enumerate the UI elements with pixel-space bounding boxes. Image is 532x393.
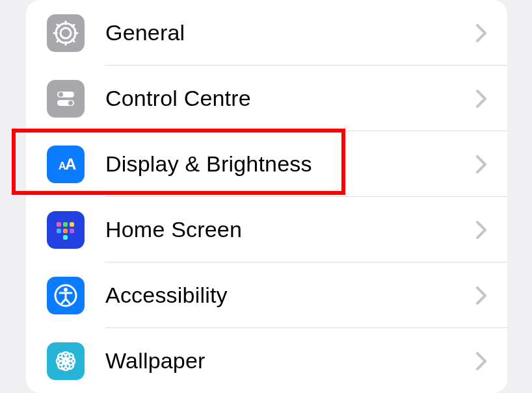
svg-rect-17 bbox=[63, 222, 68, 227]
svg-rect-20 bbox=[63, 229, 68, 233]
settings-item-general[interactable]: General bbox=[26, 0, 507, 66]
svg-rect-16 bbox=[57, 222, 61, 227]
wallpaper-icon bbox=[47, 342, 85, 380]
chevron-right-icon bbox=[476, 24, 486, 42]
svg-point-24 bbox=[64, 288, 68, 292]
settings-item-wallpaper[interactable]: Wallpaper bbox=[26, 328, 507, 393]
control-centre-icon bbox=[47, 80, 85, 118]
chevron-right-icon bbox=[476, 286, 486, 305]
chevron-right-icon bbox=[476, 352, 486, 370]
settings-item-label: Wallpaper bbox=[105, 348, 476, 374]
settings-list: General Control Centre bbox=[26, 0, 507, 393]
settings-item-accessibility[interactable]: Accessibility bbox=[26, 262, 507, 328]
svg-rect-22 bbox=[63, 235, 68, 240]
settings-item-label: Display & Brightness bbox=[105, 151, 476, 177]
settings-item-home-screen[interactable]: Home Screen bbox=[26, 197, 507, 262]
chevron-right-icon bbox=[476, 155, 486, 173]
svg-point-11 bbox=[59, 92, 63, 97]
svg-point-13 bbox=[68, 101, 73, 105]
svg-rect-21 bbox=[70, 229, 74, 233]
accessibility-icon bbox=[47, 277, 85, 314]
svg-line-6 bbox=[57, 25, 59, 27]
settings-item-display-brightness[interactable]: A A Display & Brightness bbox=[26, 131, 507, 197]
chevron-right-icon bbox=[476, 90, 486, 108]
display-brightness-icon: A A bbox=[47, 146, 85, 183]
svg-line-9 bbox=[72, 25, 74, 27]
svg-point-0 bbox=[60, 28, 71, 38]
svg-line-7 bbox=[72, 40, 74, 42]
svg-rect-18 bbox=[70, 222, 74, 227]
settings-item-label: Accessibility bbox=[105, 283, 476, 308]
svg-text:A: A bbox=[65, 155, 76, 173]
settings-item-label: Control Centre bbox=[105, 86, 476, 111]
settings-item-label: General bbox=[105, 20, 476, 45]
chevron-right-icon bbox=[476, 221, 486, 239]
home-screen-icon bbox=[47, 211, 85, 249]
gear-icon bbox=[47, 14, 85, 52]
settings-item-label: Home Screen bbox=[105, 217, 476, 242]
settings-item-control-centre[interactable]: Control Centre bbox=[26, 66, 507, 131]
svg-line-8 bbox=[57, 40, 59, 42]
settings-panel: General Control Centre bbox=[26, 0, 507, 393]
svg-rect-19 bbox=[57, 229, 61, 233]
